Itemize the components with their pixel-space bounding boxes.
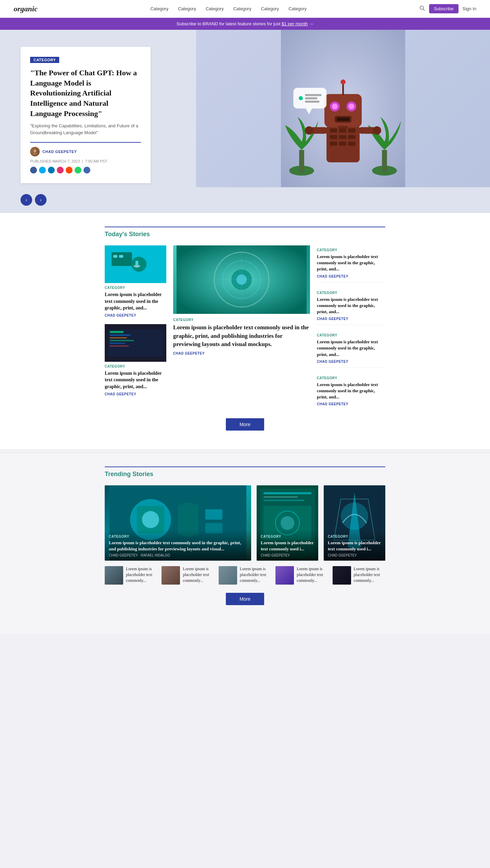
svg-rect-48 <box>110 331 124 333</box>
story-thumbnail <box>105 566 123 585</box>
hero-image <box>196 30 490 187</box>
nav-link-3[interactable]: Category <box>206 6 224 11</box>
svg-rect-40 <box>112 252 132 266</box>
svg-point-31 <box>373 126 381 135</box>
story-author: CHAD GEEPETEY <box>317 317 385 321</box>
instagram-icon[interactable] <box>57 167 64 174</box>
list-item[interactable]: Lorem ipsum is placeholder text commonly… <box>333 566 385 585</box>
svg-rect-71 <box>263 500 305 501</box>
story-thumbnail <box>275 566 294 585</box>
nav-link-4[interactable]: Category <box>233 6 252 11</box>
hero-divider <box>30 142 141 143</box>
hero-author-name: CHAD GEEPETEY <box>42 150 77 154</box>
story-title[interactable]: Lorem ipsum is placeholder text commonly… <box>317 382 385 400</box>
svg-point-43 <box>131 257 146 272</box>
list-item: CATEGORY Lorem ipsum is placeholder text… <box>317 288 385 326</box>
story-title[interactable]: Lorem ipsum is placeholder text commonly… <box>317 296 385 315</box>
trending-title: Lorem ipsum is placeholder text commonly… <box>109 540 247 552</box>
svg-point-30 <box>305 126 313 135</box>
linkedin-icon[interactable] <box>48 167 55 174</box>
trending-title: Lorem ipsum is placeholder text commonly… <box>261 540 314 552</box>
trending-more-btn-wrap: More <box>105 593 385 605</box>
svg-rect-17 <box>339 142 346 146</box>
hero-category-badge: CATEGORY <box>30 57 59 63</box>
svg-rect-12 <box>348 128 356 132</box>
carousel-next-button[interactable]: › <box>35 194 47 206</box>
trending-bottom-row: Lorem ipsum is placeholder text commonly… <box>105 566 385 585</box>
promo-text: Subscribe to BRAND for latest feature st… <box>177 21 282 26</box>
share-icon[interactable] <box>83 167 90 174</box>
trending-card-2[interactable]: CATEGORY Lorem ipsum is placeholder text… <box>257 485 318 561</box>
svg-rect-8 <box>382 150 387 173</box>
story-author: CHAD GEEPETEY <box>105 392 166 396</box>
svg-rect-16 <box>330 142 337 146</box>
todays-right-col: CATEGORY Lorem ipsum is placeholder text… <box>317 245 385 410</box>
main-nav: organic Category Category Category Categ… <box>0 0 490 18</box>
list-item: CATEGORY Lorem ipsum is placeholder text… <box>105 245 166 317</box>
story-category: CATEGORY <box>317 291 385 295</box>
svg-rect-15 <box>348 135 356 139</box>
list-item[interactable]: Lorem ipsum is placeholder text commonly… <box>219 566 271 585</box>
svg-point-0 <box>420 6 423 9</box>
todays-stories-section: Today's Stories <box>98 216 392 449</box>
nav-link-2[interactable]: Category <box>178 6 196 11</box>
hero-title: "The Power of Chat GPT: How a Language M… <box>30 68 141 118</box>
logo[interactable]: organic <box>14 4 38 13</box>
story-title[interactable]: Lorem ipsum is placeholder text commonly… <box>105 370 166 390</box>
story-title[interactable]: Lorem ipsum is placeholder text commonly… <box>105 291 166 311</box>
carousel-prev-button[interactable]: ‹ <box>21 194 32 206</box>
svg-point-23 <box>348 103 354 109</box>
nav-link-1[interactable]: Category <box>150 6 168 11</box>
svg-point-27 <box>340 79 346 85</box>
subscribe-button[interactable]: Subscribe <box>429 4 459 13</box>
trending-more-button[interactable]: More <box>226 593 264 605</box>
search-icon[interactable] <box>420 5 425 12</box>
reddit-icon[interactable] <box>66 167 73 174</box>
trending-card-main[interactable]: CATEGORY Lorem ipsum is placeholder text… <box>105 485 251 561</box>
promo-arrow: → <box>309 21 313 26</box>
promo-banner: Subscribe to BRAND for latest feature st… <box>0 18 490 30</box>
avatar <box>30 147 40 156</box>
list-item[interactable]: Lorem ipsum is placeholder text commonly… <box>162 566 214 585</box>
trending-authors: CHAD GEEPETEY <box>261 553 314 557</box>
svg-rect-25 <box>337 118 349 121</box>
signin-link[interactable]: Sign In <box>463 6 476 11</box>
twitter-icon[interactable] <box>39 167 46 174</box>
trending-overlay: CATEGORY Lorem ipsum is placeholder text… <box>257 530 318 561</box>
story-author: CHAD GEEPETEY <box>317 360 385 363</box>
story-title: Lorem ipsum is placeholder text commonly… <box>126 566 157 583</box>
list-item: CATEGORY Lorem ipsum is placeholder text… <box>105 324 166 396</box>
story-category: CATEGORY <box>317 376 385 380</box>
story-thumbnail <box>162 566 180 585</box>
list-item[interactable]: Lorem ipsum is placeholder text commonly… <box>275 566 328 585</box>
whatsapp-icon[interactable] <box>75 167 81 174</box>
story-category: CATEGORY <box>105 365 166 368</box>
nav-link-6[interactable]: Category <box>288 6 307 11</box>
story-title[interactable]: Lorem ipsum is placeholder text commonly… <box>317 254 385 272</box>
center-story-image <box>173 245 310 314</box>
trending-card-3[interactable]: CATEGORY Lorem ipsum is placeholder text… <box>324 485 385 561</box>
svg-rect-41 <box>113 255 117 258</box>
svg-rect-42 <box>119 255 123 258</box>
story-title: Lorem ipsum is placeholder text commonly… <box>240 566 271 583</box>
todays-more-button[interactable]: More <box>226 418 264 431</box>
hero-subtitle: "Exploring the Capabilities, Limitations… <box>30 123 141 136</box>
svg-rect-69 <box>263 492 311 494</box>
promo-link[interactable]: $1 per month <box>282 21 308 26</box>
hero-meta: PUBLISHED MARCH 7, 2023 | 7:00 AM PST <box>30 159 141 163</box>
nav-link-5[interactable]: Category <box>261 6 279 11</box>
list-item[interactable]: Lorem ipsum is placeholder text commonly… <box>105 566 157 585</box>
svg-point-2 <box>34 150 36 152</box>
svg-point-35 <box>299 96 303 100</box>
story-thumbnail <box>219 566 237 585</box>
hero-social <box>30 167 141 174</box>
list-item: CATEGORY Lorem ipsum is placeholder text… <box>317 373 385 410</box>
story-author: CHAD GEEPETEY <box>173 352 310 355</box>
svg-rect-13 <box>330 135 337 139</box>
story-title[interactable]: Lorem ipsum is placeholder text commonly… <box>317 339 385 358</box>
story-title[interactable]: Lorem ipsum is placeholder text commonly… <box>173 323 310 349</box>
facebook-icon[interactable] <box>30 167 37 174</box>
svg-rect-10 <box>330 128 337 132</box>
trending-overlay: CATEGORY Lorem ipsum is placeholder text… <box>105 530 251 561</box>
todays-grid: CATEGORY Lorem ipsum is placeholder text… <box>105 245 385 410</box>
